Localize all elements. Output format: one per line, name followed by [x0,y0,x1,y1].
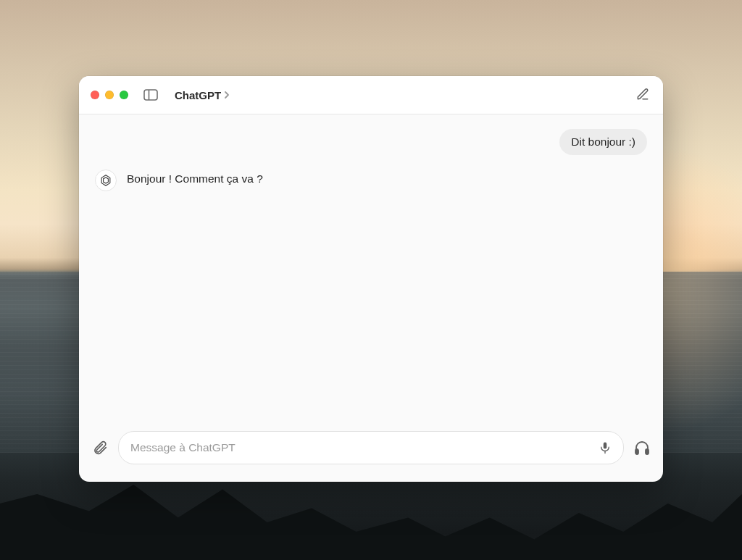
sidebar-toggle-icon [143,89,158,101]
chat-window: ChatGPT Dit bonjour :) [79,76,663,482]
microphone-icon [599,440,612,455]
svg-rect-0 [144,90,157,100]
assistant-avatar [95,170,117,191]
window-zoom-button[interactable] [120,91,128,99]
chevron-right-icon [224,91,230,99]
message-input[interactable] [129,440,597,455]
composer-bar [79,424,663,482]
voice-input-button[interactable] [597,440,613,455]
sidebar-toggle-button[interactable] [143,88,159,101]
user-message-row: Dit bonjour :) [95,129,647,155]
assistant-message-text[interactable]: Bonjour ! Comment ça va ? [127,172,263,185]
svg-marker-3 [104,177,109,183]
message-input-container[interactable] [118,431,624,464]
openai-logo-icon [99,174,112,187]
headphones-icon [633,439,651,456]
model-picker[interactable]: ChatGPT [175,89,230,101]
paperclip-icon [92,440,108,456]
window-titlebar: ChatGPT [79,76,663,114]
window-minimize-button[interactable] [105,91,114,99]
svg-marker-2 [101,175,110,185]
svg-rect-4 [604,443,607,449]
svg-rect-7 [646,449,649,454]
new-chat-button[interactable] [635,87,651,103]
assistant-message-row: Bonjour ! Comment ça va ? [95,172,647,191]
compose-icon [635,87,651,101]
user-message-text: Dit bonjour :) [571,135,635,148]
window-title: ChatGPT [175,89,221,101]
user-message-bubble[interactable]: Dit bonjour :) [559,129,647,155]
voice-mode-button[interactable] [633,439,651,456]
svg-rect-6 [635,449,638,454]
attach-button[interactable] [91,440,109,456]
chat-transcript: Dit bonjour :) Bonjour ! Comment ça va ? [79,114,663,424]
traffic-lights [91,91,128,99]
window-close-button[interactable] [91,91,99,99]
